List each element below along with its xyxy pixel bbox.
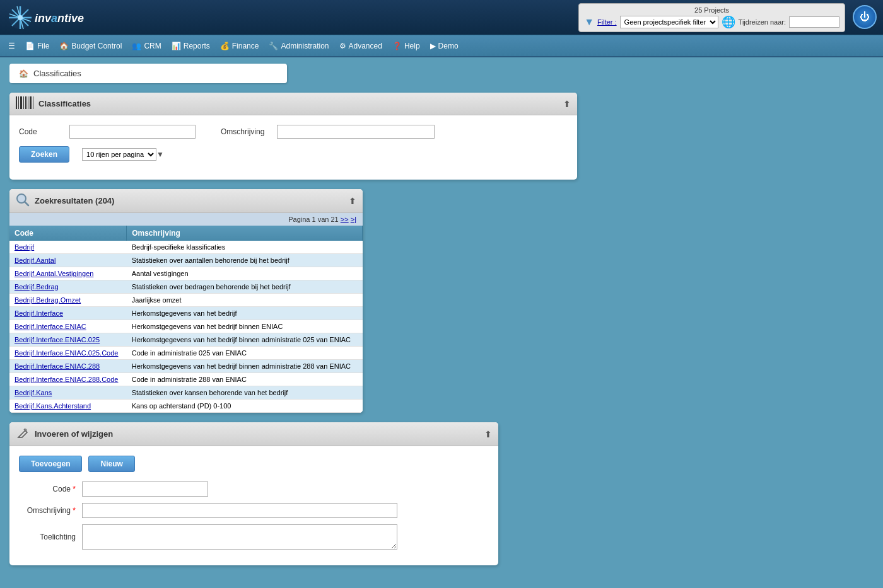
table-row[interactable]: Bedrijf.Aantal.VestigingenAantal vestigi… (9, 267, 363, 280)
table-cell-code[interactable]: Bedrijf.Interface.ENIAC.288 (15, 362, 100, 370)
table-row[interactable]: Bedrijf.Kans.AchterstandKans op achterst… (9, 400, 363, 413)
omschrijving-input[interactable] (277, 125, 435, 139)
svg-text:a: a (51, 12, 57, 25)
entry-toelichting-textarea[interactable] (82, 524, 397, 550)
projects-count: 25 Projects (584, 6, 839, 14)
tijdreizen-icon: 🌐 (722, 15, 735, 29)
table-cell-code[interactable]: Bedrijf.Interface.ENIAC.288.Code (15, 376, 118, 383)
table-row[interactable]: Bedrijf.Interface.ENIAC.288Herkomstgegev… (9, 360, 363, 373)
search-panel-body: Code Omschrijving Zoeken 10 rijen per pa… (9, 115, 577, 180)
table-cell-code[interactable]: Bedrijf.Interface.ENIAC.025 (15, 336, 100, 343)
reports-icon: 📊 (172, 42, 181, 50)
table-row[interactable]: Bedrijf.Interface.ENIAC.025.CodeCode in … (9, 347, 363, 360)
advanced-icon: ⚙ (339, 42, 346, 50)
table-cell-code[interactable]: Bedrijf.Kans (15, 389, 52, 396)
nav-administration[interactable]: 🔧 Administration (264, 39, 334, 53)
search-button[interactable]: Zoeken (19, 146, 69, 163)
svg-point-7 (18, 15, 23, 20)
svg-text:inv: inv (35, 12, 52, 25)
table-cell-omschrijving: Herkomstgegevens van het bedrijf (127, 307, 363, 320)
entry-omschrijving-input[interactable] (82, 503, 397, 518)
svg-rect-16 (28, 96, 28, 109)
nav-advanced[interactable]: ⚙ Advanced (334, 39, 387, 53)
entry-code-input[interactable] (82, 481, 208, 497)
pagination-bar: Pagina 1 van 21 >> >| (9, 213, 363, 226)
svg-rect-17 (30, 96, 32, 109)
tijdreizen-label: Tijdreizen naar: (739, 18, 786, 26)
table-cell-omschrijving: Aantal vestigingen (127, 267, 363, 280)
nav-help[interactable]: ❓ Help (387, 39, 425, 53)
results-table: Code Omschrijving BedrijfBedrijf-specifi… (9, 226, 363, 413)
file-icon: 📄 (25, 42, 35, 50)
table-cell-code[interactable]: Bedrijf.Aantal (15, 257, 56, 264)
code-input[interactable] (69, 125, 196, 139)
new-button[interactable]: Nieuw (88, 456, 134, 472)
search-panel-collapse[interactable]: ⬆ (563, 99, 571, 109)
logo: inv a ntive (6, 4, 88, 31)
table-cell-code[interactable]: Bedrijf.Kans.Achterstand (15, 402, 91, 410)
table-cell-code[interactable]: Bedrijf.Bedrag.Omzet (15, 296, 81, 304)
code-label: Code (19, 127, 57, 136)
svg-rect-18 (33, 96, 33, 109)
results-panel-title: Zoekresultaten (204) (35, 196, 114, 205)
nav-budget-control[interactable]: 🏠 Budget Control (54, 39, 127, 53)
table-cell-omschrijving: Statistieken over aantallen behorende bi… (127, 254, 363, 267)
table-row[interactable]: Bedrijf.Interface.ENIAC.288.CodeCode in … (9, 373, 363, 386)
add-button[interactable]: Toevoegen (19, 456, 82, 472)
nav-reports[interactable]: 📊 Reports (167, 39, 215, 53)
project-bar: 25 Projects ▼ Filter : Geen projectspeci… (578, 3, 845, 32)
svg-rect-12 (18, 96, 19, 109)
pagination-info: Pagina 1 van 21 >> >| (288, 216, 356, 223)
nav-menu-icon[interactable]: ☰ (3, 39, 20, 53)
table-row[interactable]: Bedrijf.InterfaceHerkomstgegevens van he… (9, 307, 363, 320)
power-button[interactable]: ⏻ (853, 5, 877, 29)
table-cell-code[interactable]: Bedrijf.Bedrag (15, 283, 59, 291)
pagination-next[interactable]: >> (341, 216, 349, 223)
col-header-omschrijving: Omschrijving (127, 226, 363, 241)
entry-panel-title: Invoeren of wijzigen (35, 429, 113, 439)
table-cell-omschrijving: Jaarlijkse omzet (127, 294, 363, 307)
table-row[interactable]: Bedrijf.KansStatistieken over kansen beh… (9, 386, 363, 400)
nav-bar: ☰ 📄 File 🏠 Budget Control 👥 CRM 📊 Report… (0, 35, 883, 57)
results-panel-collapse[interactable]: ⬆ (349, 196, 356, 206)
table-row[interactable]: Bedrijf.Bedrag.OmzetJaarlijkse omzet (9, 294, 363, 307)
table-cell-code[interactable]: Bedrijf.Interface (15, 309, 63, 317)
table-cell-omschrijving: Statistieken over kansen behorende van h… (127, 386, 363, 400)
svg-rect-14 (23, 96, 24, 109)
rows-per-page-select[interactable]: 10 rijen per pagina 25 rijen per pagina … (82, 148, 156, 161)
pagination-last[interactable]: >| (351, 216, 356, 223)
table-cell-code[interactable]: Bedrijf.Interface.ENIAC.025.Code (15, 349, 118, 357)
nav-finance[interactable]: 💰 Finance (215, 39, 264, 53)
table-cell-omschrijving: Bedrijf-specifieke klassificaties (127, 241, 363, 254)
filter-label[interactable]: Filter : (597, 18, 617, 26)
entry-toelichting-row: Toelichting (19, 524, 489, 550)
table-cell-omschrijving: Herkomstgegevens van het bedrijf binnen … (127, 333, 363, 347)
nav-demo[interactable]: ▶ Demo (425, 39, 464, 53)
table-row[interactable]: Bedrijf.Interface.ENIAC.025Herkomstgegev… (9, 333, 363, 347)
nav-crm[interactable]: 👥 CRM (127, 39, 166, 53)
table-row[interactable]: Bedrijf.Interface.ENIACHerkomstgegevens … (9, 320, 363, 333)
table-row[interactable]: Bedrijf.BedragStatistieken over bedragen… (9, 280, 363, 294)
table-row[interactable]: Bedrijf.AantalStatistieken over aantalle… (9, 254, 363, 267)
entry-toelichting-label: Toelichting (19, 533, 82, 541)
nav-file[interactable]: 📄 File (20, 39, 54, 53)
finance-icon: 💰 (220, 42, 230, 50)
table-cell-omschrijving: Herkomstgegevens van het bedrijf binnen … (127, 360, 363, 373)
main-content: 🏠 Classificaties Classificaties ⬆ (0, 57, 883, 588)
help-icon: ❓ (392, 42, 402, 50)
entry-code-row: Code (19, 481, 489, 497)
tijdreizen-input[interactable] (789, 16, 839, 28)
table-cell-code[interactable]: Bedrijf.Interface.ENIAC (15, 323, 86, 330)
logo-svg: inv a ntive (6, 4, 88, 31)
entry-panel-collapse[interactable]: ⬆ (484, 429, 492, 439)
table-cell-code[interactable]: Bedrijf.Aantal.Vestigingen (15, 270, 93, 277)
table-row[interactable]: BedrijfBedrijf-specifieke klassificaties (9, 241, 363, 254)
table-cell-code[interactable]: Bedrijf (15, 243, 34, 251)
project-filter-select[interactable]: Geen projectspecifiek filter (620, 16, 718, 28)
search-form-row: Code Omschrijving (19, 125, 568, 139)
search-panel-header: Classificaties ⬆ (9, 93, 577, 115)
barcode-icon (16, 96, 33, 111)
table-cell-omschrijving: Statistieken over bedragen behorende bij… (127, 280, 363, 294)
col-header-code: Code (9, 226, 127, 241)
entry-code-label: Code (19, 485, 82, 493)
